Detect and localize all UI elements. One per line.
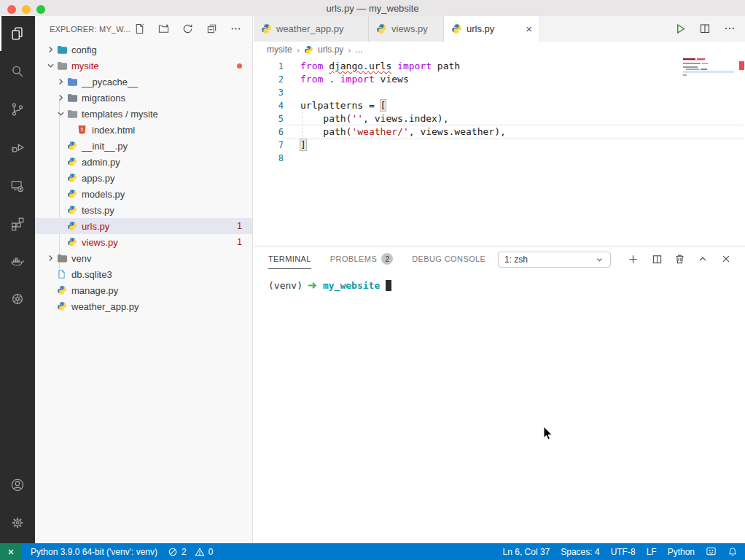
extensions-icon[interactable] [9, 215, 26, 233]
breadcrumb-item-urls-py[interactable]: urls.py [318, 44, 343, 55]
tree-item-mysite[interactable]: mysite [35, 58, 252, 74]
tree-item-views-py[interactable]: views.py 1 [35, 234, 252, 250]
python-file-icon [67, 141, 82, 151]
code-line-text: path('', views.index), [284, 112, 449, 125]
new-folder-icon[interactable] [157, 23, 169, 34]
tab-urls-py[interactable]: urls.py × [444, 16, 540, 42]
new-terminal-icon[interactable] [625, 252, 640, 266]
chevron-down-icon [595, 255, 604, 265]
new-file-icon[interactable] [133, 23, 145, 34]
accounts-icon[interactable] [9, 476, 26, 494]
split-terminal-icon[interactable] [650, 252, 664, 266]
refresh-icon[interactable] [182, 23, 193, 34]
chevron-right-icon [54, 77, 67, 88]
more-actions-icon[interactable] [230, 23, 241, 34]
status-bar: Python 3.9.0 64-bit ('venv': venv) 2 0 L… [0, 543, 745, 560]
problem-count-badge: 1 [237, 221, 242, 231]
terminal-cursor [386, 280, 391, 291]
python-file-icon [451, 23, 462, 34]
tree-item-config[interactable]: config [35, 42, 252, 58]
kubernetes-icon[interactable] [9, 290, 26, 308]
tree-item-migrations[interactable]: migrations [35, 90, 252, 106]
minimize-window-button[interactable] [22, 5, 31, 14]
active-view-indicator [0, 16, 1, 51]
vscode-window: urls.py — my_website [0, 0, 745, 560]
source-control-icon[interactable] [9, 101, 26, 118]
tree-item-weather-app-py[interactable]: weather_app.py [35, 298, 252, 314]
problem-count-badge: 1 [237, 237, 242, 247]
eol-status[interactable]: LF [647, 547, 657, 557]
tree-item-models-py[interactable]: models.py [35, 186, 252, 202]
tab-debug-console[interactable]: DEBUG CONSOLE [412, 254, 485, 263]
remote-window-icon [6, 547, 16, 557]
python-interpreter-status[interactable]: Python 3.9.0 64-bit ('venv': venv) [31, 547, 157, 557]
tree-item-venv[interactable]: venv [35, 250, 252, 266]
tree-item-init-py[interactable]: __init__.py [35, 138, 252, 154]
tree-item-templates-mysite[interactable]: templates / mysite [35, 106, 252, 122]
svg-text:5: 5 [81, 127, 84, 132]
breadcrumb-separator: › [348, 44, 351, 55]
docker-icon[interactable] [9, 252, 26, 270]
remote-explorer-icon[interactable] [9, 177, 26, 195]
language-mode-status[interactable]: Python [668, 547, 695, 557]
shell-selector-dropdown[interactable]: 1: zsh [498, 252, 611, 268]
run-python-file-icon[interactable] [674, 22, 687, 35]
indentation-status[interactable]: Spaces: 4 [561, 547, 599, 557]
error-count: 2 [182, 547, 187, 557]
run-debug-icon[interactable] [9, 139, 26, 156]
problems-count-badge: 2 [381, 253, 393, 265]
minimap[interactable] [682, 58, 736, 78]
encoding-status[interactable]: UTF-8 [611, 547, 636, 557]
code-editor[interactable]: 1 from django.urls import path 2 from . … [254, 58, 745, 246]
tree-item-pycache[interactable]: __pycache__ [35, 74, 252, 90]
close-tab-icon[interactable]: × [526, 23, 532, 35]
tab-views-py[interactable]: views.py [369, 16, 444, 42]
split-editor-icon[interactable] [698, 22, 711, 35]
search-icon[interactable] [9, 63, 26, 80]
activity-bar [0, 16, 35, 543]
feedback-smiley-icon[interactable] [706, 546, 717, 557]
kill-terminal-trash-icon[interactable] [672, 252, 687, 266]
line-number: 2 [254, 73, 284, 86]
tree-item-apps-py[interactable]: apps.py [35, 170, 252, 186]
tree-item-index-html[interactable]: 5 index.html [35, 122, 252, 138]
python-file-icon [67, 237, 82, 247]
problems-status[interactable]: 2 0 [168, 547, 213, 557]
remote-indicator[interactable] [0, 543, 22, 560]
maximize-panel-icon[interactable] [695, 252, 710, 266]
tree-item-manage-py[interactable]: manage.py [35, 282, 252, 298]
folder-icon [57, 44, 71, 55]
close-window-button[interactable] [7, 5, 16, 14]
title-bar: urls.py — my_website [0, 0, 745, 16]
code-line-text: path('weather/', views.weather), [284, 125, 506, 139]
python-file-icon [67, 157, 82, 167]
tab-weather-app-py[interactable]: weather_app.py [254, 16, 369, 42]
explorer-sidebar: EXPLORER: MY_W... [35, 16, 253, 543]
editor-tab-bar: weather_app.py views.py urls.py × [254, 16, 745, 42]
breadcrumb-item-mysite[interactable]: mysite [267, 44, 292, 55]
tree-item-db-sqlite3[interactable]: db.sqlite3 [35, 266, 252, 282]
tree-item-tests-py[interactable]: tests.py [35, 202, 252, 218]
zoom-window-button[interactable] [36, 5, 45, 14]
tree-item-urls-py[interactable]: urls.py 1 [35, 218, 252, 234]
python-file-icon [57, 301, 71, 311]
cursor-position-status[interactable]: Ln 6, Col 37 [503, 547, 550, 557]
explorer-icon[interactable] [9, 25, 26, 42]
collapse-folders-icon[interactable] [206, 23, 217, 34]
python-file-icon [304, 45, 313, 55]
code-line-text: from django.urls import path [284, 60, 460, 73]
warning-count: 0 [208, 547, 214, 557]
notifications-bell-icon[interactable] [728, 547, 738, 557]
python-file-icon [67, 189, 82, 199]
breadcrumb-item-symbols[interactable]: ... [356, 44, 363, 55]
terminal-prompt[interactable]: (venv) my_website [268, 280, 391, 291]
line-number: 7 [254, 139, 284, 152]
tab-problems[interactable]: PROBLEMS 2 [330, 253, 393, 265]
more-actions-icon[interactable] [723, 22, 736, 35]
line-number: 1 [254, 60, 284, 73]
tree-item-admin-py[interactable]: admin.py [35, 154, 252, 170]
settings-gear-icon[interactable] [9, 514, 26, 532]
close-panel-icon[interactable] [719, 252, 733, 266]
folder-icon [67, 77, 82, 88]
tab-terminal[interactable]: TERMINAL [268, 254, 311, 263]
